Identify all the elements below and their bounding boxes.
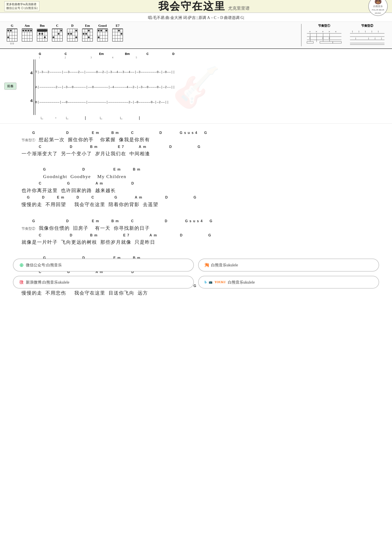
chord-gsus4-diagram	[97, 28, 108, 42]
chorus1-chord2: C G Am D	[21, 181, 371, 186]
bili-icon: b	[205, 280, 207, 284]
svg-point-21	[28, 30, 29, 31]
svg-text:×: ×	[309, 37, 311, 40]
rhythm-type2-label: 节奏型②	[361, 24, 373, 28]
verse2-line1: 节奏型② 我像你住惯的 旧房子 有一天 你寻找新的日子	[21, 224, 371, 233]
banner-line2: 微信公众号 ◎ [白熊音乐]	[6, 6, 37, 10]
verse1-line1: 节奏型① 想起第一次 握住你的手 你紧握 像我是你所有	[21, 135, 371, 144]
verse2-chord1: G D Em Bm C D Gsus4 G	[21, 218, 371, 224]
main-title: 我会守在这里	[158, 0, 225, 12]
svg-point-19	[22, 30, 24, 31]
footer-wechat: ⊕ 微信公众号:白熊音乐	[13, 259, 194, 271]
chord-c-diagram	[52, 28, 63, 42]
tab-chord-row: G C Em Bm C D	[39, 52, 383, 55]
wechat-icon: ⊕	[19, 262, 24, 268]
footer-grid: ⊕ 微信公众号:白熊音乐 淘 白熊音乐ukulele 微 新浪微博:白熊音乐uk…	[13, 259, 379, 289]
chord-am: Am	[21, 24, 33, 45]
prelude-label: 前奏	[4, 83, 16, 90]
chord-bm-diagram: 2	[37, 28, 48, 42]
chord-g-diagram	[7, 28, 18, 42]
svg-point-10	[7, 36, 9, 38]
footer-bili-text: 白熊音乐ukulele	[228, 280, 255, 285]
chorus1-line2: 也许你离开这里 也许回家的路 越来越长	[21, 186, 371, 195]
footer-weibo-text: 新浪微博:白熊音乐ukulele	[26, 280, 69, 285]
svg-text:↑: ↑	[377, 30, 379, 33]
svg-point-8	[7, 30, 9, 31]
chord-em-diagram	[82, 28, 93, 42]
chord-gsus4: Gsus4	[97, 24, 108, 45]
tab-time-sig: 4 4	[30, 59, 34, 115]
taobao-icon: 淘	[205, 262, 209, 268]
tab-container: 前奏 G C Em Bm C D 1 2 3 4 5 4 4	[0, 49, 392, 124]
verse2: G D Em Bm C D Gsus4 G 节奏型② 我像你住惯的 旧房子 有一…	[21, 218, 371, 246]
rhythm-type1-svg: × × × × × × × ×	[306, 29, 343, 46]
rhythm-type1: 节奏型① × × × × × × × ×	[306, 24, 343, 46]
svg-text:↑: ↑	[351, 30, 353, 33]
svg-text:↓: ↓	[381, 36, 382, 40]
svg-point-20	[25, 30, 27, 31]
svg-text:×: ×	[322, 30, 324, 33]
top-banner: 更多歌曲教学&高清曲谱 微信公众号 ◎ [白熊音乐] 我会守在这里 尤克里里谱 …	[0, 0, 392, 13]
svg-text:↓: ↓	[355, 36, 357, 40]
footer-taobao-text: 白熊音乐ukulele	[211, 263, 238, 268]
chorus1-chord3: G D Em D C G Am D G	[21, 195, 371, 200]
svg-text:↓: ↓	[368, 36, 369, 40]
svg-text:×: ×	[315, 30, 317, 33]
chord-diagrams: G ①② Am	[7, 24, 299, 45]
svg-point-22	[30, 30, 32, 31]
svg-text:↑: ↑	[358, 30, 360, 33]
banner-left: 更多歌曲教学&高清曲谱 微信公众号 ◎ [白熊音乐]	[4, 1, 39, 11]
svg-text:×: ×	[335, 30, 337, 33]
rhythm-type2-svg: ↑ ↑ ↑ ↑ ↑ ↓ ↓ ↓ ↓	[349, 29, 385, 46]
svg-point-45	[53, 36, 54, 38]
footer-bili-youku: b 📺 YOUKU 白熊音乐ukulele	[198, 276, 379, 289]
verse1-chord2: C D Bm E7 Am D G	[21, 144, 371, 150]
weibo-icon: 微	[19, 279, 24, 285]
svg-point-66	[83, 33, 84, 35]
svg-point-69	[88, 36, 90, 38]
chorus1-line1: Goodnight Goodbye My Children	[21, 172, 371, 181]
chorus2-line3: 慢慢的走 不用悲伤 我会守在这里 目送你飞向 远方	[21, 289, 371, 297]
chorus1-chord1: G D Em Bm	[21, 167, 371, 172]
chord-g: G ①②	[7, 24, 18, 45]
chord-area: G ①② Am	[0, 22, 392, 49]
svg-point-54	[68, 33, 69, 35]
svg-text:↑: ↑	[364, 30, 366, 33]
svg-point-80	[105, 30, 107, 31]
svg-text:×: ×	[322, 37, 324, 40]
svg-text:×: ×	[329, 30, 330, 33]
svg-rect-109	[333, 42, 341, 43]
chorus1: G D Em Bm Goodnight Goodbye My Children …	[21, 167, 371, 209]
sub-title: 尤克里里谱	[228, 6, 250, 11]
svg-text:×: ×	[309, 30, 311, 33]
footer-wechat-text: 微信公众号:白熊音乐	[26, 263, 62, 268]
svg-point-34	[44, 36, 46, 38]
measure-numbers: 1 2 3 4 5	[39, 56, 383, 59]
song-info: 唱:毛不易 曲:金大洲 词:萨吉 | 原调 A－C－D 曲谱选调 G|	[0, 13, 392, 22]
tab-line-t: T|—3——2——————|——3————2——|—————0——2—|—3——…	[35, 70, 175, 75]
svg-text:×: ×	[329, 37, 330, 40]
bili-youku-separator: 📺	[209, 280, 212, 284]
chord-d: D 2	[67, 24, 78, 45]
svg-point-55	[70, 33, 72, 35]
svg-point-90	[118, 30, 120, 31]
rhythm-type2: 节奏型② ↑ ↑ ↑ ↑ ↑ ↓ ↓ ↓ ↓	[349, 24, 385, 46]
youku-icon: YOUKU	[215, 281, 226, 284]
svg-point-91	[121, 33, 122, 35]
footer-weibo: 微 新浪微博:白熊音乐ukulele	[13, 276, 194, 289]
svg-point-33	[41, 33, 43, 35]
rhythm-type1-label: 节奏型①	[318, 24, 330, 28]
footer: ⊕ 微信公众号:白熊音乐 淘 白熊音乐ukulele 微 新浪微博:白熊音乐uk…	[0, 259, 392, 289]
svg-point-43	[60, 30, 62, 31]
chord-bm: Bm 2	[37, 24, 48, 45]
chord-e7-diagram	[112, 28, 123, 42]
verse2-chord2: C D Bm E7 Am D G	[21, 233, 371, 238]
rhythm-section: 节奏型① × × × × × × × ×	[301, 24, 385, 46]
verse1-line2: 一个渐渐变大了 另一个变小了 岁月让我们在 中间相逢	[21, 149, 371, 158]
banner-line1: 更多歌曲教学&高清曲谱	[6, 2, 37, 6]
rhythm-markers: ∟ · ∟ | ∟ ∟ |	[41, 116, 383, 120]
svg-point-78	[98, 30, 99, 31]
tab-line-b: B|——————————|——0—————————|—————————|————…	[35, 100, 175, 105]
tab-staff: 4 4 T|—3——2——————|——3————2——|—————0——2—|…	[30, 59, 383, 115]
tab-line-a: A|————————2——|—3——0——————|——0———————|—4—…	[35, 85, 175, 90]
